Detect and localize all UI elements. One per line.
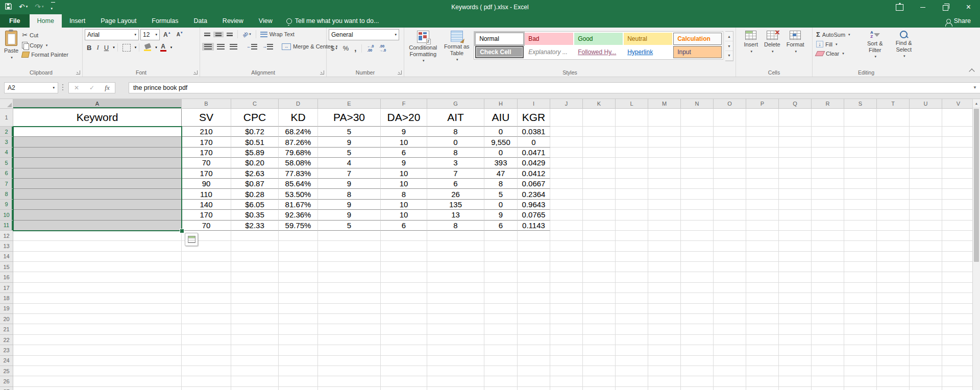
cell-F20[interactable] [381, 314, 427, 324]
cell-M3[interactable] [648, 137, 681, 147]
cell-R9[interactable] [812, 200, 844, 210]
cell-D18[interactable] [279, 293, 318, 303]
row-header-21[interactable]: 21 [0, 324, 13, 334]
cell-U4[interactable] [910, 148, 942, 158]
insert-dropdown-icon[interactable]: ▾ [750, 50, 752, 54]
cell-F27[interactable] [381, 387, 427, 390]
cell-E25[interactable] [318, 366, 381, 376]
cell-S6[interactable] [844, 168, 877, 179]
cell-H16[interactable] [484, 272, 518, 282]
cell-F15[interactable] [381, 262, 427, 272]
style-normal[interactable]: Normal [475, 33, 524, 45]
cell-H19[interactable] [484, 304, 518, 314]
cell-S27[interactable] [844, 387, 877, 390]
cell-Q12[interactable] [779, 231, 812, 241]
cell-A12[interactable] [13, 231, 182, 241]
cell-N17[interactable] [681, 283, 714, 293]
column-header-i[interactable]: I [518, 99, 550, 109]
cell-V21[interactable] [942, 324, 975, 334]
cell-D12[interactable] [279, 231, 318, 241]
cell-N6[interactable] [681, 168, 714, 179]
cell-I9[interactable]: 0.9643 [518, 200, 550, 210]
cell-P7[interactable] [746, 179, 779, 189]
cell-T25[interactable] [877, 366, 910, 376]
cell-T23[interactable] [877, 345, 910, 355]
cell-U9[interactable] [910, 200, 942, 210]
cell-E17[interactable] [318, 283, 381, 293]
cell-C27[interactable] [231, 387, 279, 390]
cell-U7[interactable] [910, 179, 942, 189]
fill-handle[interactable] [180, 229, 184, 233]
cell-J7[interactable] [550, 179, 583, 189]
cell-G25[interactable] [427, 366, 484, 376]
cell-T26[interactable] [877, 376, 910, 386]
cell-S21[interactable] [844, 324, 877, 334]
cell-K9[interactable] [583, 200, 616, 210]
cell-P24[interactable] [746, 356, 779, 366]
cell-Q23[interactable] [779, 345, 812, 355]
cell-C18[interactable] [231, 293, 279, 303]
cell-K17[interactable] [583, 283, 616, 293]
fill-color-dropdown-icon[interactable]: ▾ [155, 45, 157, 50]
cell-L1[interactable] [616, 109, 648, 127]
cell-C21[interactable] [231, 324, 279, 334]
cell-J9[interactable] [550, 200, 583, 210]
cell-V10[interactable] [942, 210, 975, 220]
cell-S5[interactable] [844, 158, 877, 168]
cell-V13[interactable] [942, 241, 975, 251]
cell-T13[interactable] [877, 241, 910, 251]
cell-L25[interactable] [616, 366, 648, 376]
cell-B16[interactable] [182, 272, 231, 282]
cell-K14[interactable] [583, 252, 616, 262]
cell-J23[interactable] [550, 345, 583, 355]
cell-J12[interactable] [550, 231, 583, 241]
cell-R14[interactable] [812, 252, 844, 262]
cell-H27[interactable] [484, 387, 518, 390]
delete-dropdown-icon[interactable]: ▾ [772, 50, 774, 54]
cell-B5[interactable]: 70 [182, 158, 231, 168]
copy-dropdown-icon[interactable]: ▾ [46, 43, 48, 47]
cell-O20[interactable] [714, 314, 746, 324]
row-header-10[interactable]: 10 [0, 210, 13, 220]
cell-H5[interactable]: 393 [484, 158, 518, 168]
cell-D19[interactable] [279, 304, 318, 314]
cell-I19[interactable] [518, 304, 550, 314]
decrease-indent-button[interactable]: ← [244, 43, 259, 51]
cell-I22[interactable] [518, 335, 550, 345]
cell-Q25[interactable] [779, 366, 812, 376]
cell-H3[interactable]: 9,550 [484, 137, 518, 147]
cell-U16[interactable] [910, 272, 942, 282]
cell-T1[interactable] [877, 109, 910, 127]
cell-C14[interactable] [231, 252, 279, 262]
cell-L3[interactable] [616, 137, 648, 147]
cell-G12[interactable] [427, 231, 484, 241]
cell-D10[interactable]: 92.36% [279, 210, 318, 220]
column-header-t[interactable]: T [877, 99, 910, 109]
cell-K10[interactable] [583, 210, 616, 220]
cell-R2[interactable] [812, 127, 844, 137]
cell-D7[interactable]: 85.64% [279, 179, 318, 189]
cell-K6[interactable] [583, 168, 616, 179]
tab-file[interactable]: File [0, 14, 30, 28]
cell-C2[interactable]: $0.72 [231, 127, 279, 137]
cell-H20[interactable] [484, 314, 518, 324]
cell-K20[interactable] [583, 314, 616, 324]
cell-N14[interactable] [681, 252, 714, 262]
cell-J14[interactable] [550, 252, 583, 262]
cell-Q16[interactable] [779, 272, 812, 282]
cell-C11[interactable]: $2.33 [231, 221, 279, 231]
column-header-g[interactable]: G [427, 99, 484, 109]
cell-R24[interactable] [812, 356, 844, 366]
cell-F12[interactable] [381, 231, 427, 241]
cell-L15[interactable] [616, 262, 648, 272]
cell-J13[interactable] [550, 241, 583, 251]
cell-P21[interactable] [746, 324, 779, 334]
cell-G11[interactable]: 8 [427, 221, 484, 231]
cell-G19[interactable] [427, 304, 484, 314]
cell-S2[interactable] [844, 127, 877, 137]
cell-A6[interactable] [13, 168, 182, 179]
align-right-button[interactable] [228, 43, 239, 51]
cell-O16[interactable] [714, 272, 746, 282]
cell-F3[interactable]: 10 [381, 137, 427, 147]
underline-button[interactable]: U [102, 43, 111, 53]
